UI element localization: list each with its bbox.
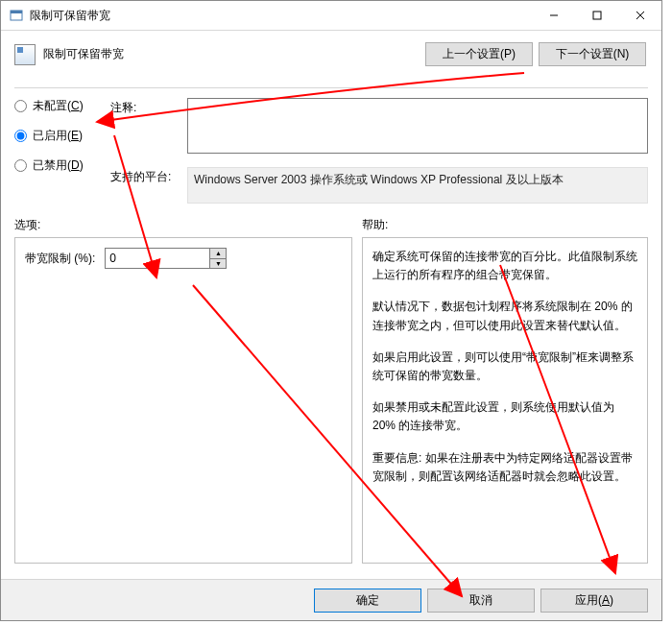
help-paragraph: 确定系统可保留的连接带宽的百分比。此值限制系统上运行的所有程序的组合带宽保留。 — [372, 248, 637, 284]
bandwidth-limit-label: 带宽限制 (%): — [25, 251, 95, 267]
radio-disabled-input[interactable] — [14, 159, 27, 172]
separator — [14, 87, 648, 88]
spinner-down-button[interactable]: ▼ — [210, 259, 226, 269]
help-paragraph: 重要信息: 如果在注册表中为特定网络适配器设置带宽限制，则配置该网络适配器时就会… — [372, 449, 637, 486]
prev-label: 上一个设置(P) — [443, 47, 516, 60]
previous-setting-button[interactable]: 上一个设置(P) — [425, 42, 533, 66]
close-button[interactable] — [618, 1, 661, 30]
spinner-up-button[interactable]: ▲ — [210, 249, 226, 259]
supported-platform-box: Windows Server 2003 操作系统或 Windows XP Pro… — [187, 167, 648, 204]
platform-label: 支持的平台: — [110, 167, 187, 185]
help-paragraph: 默认情况下，数据包计划程序将系统限制在 20% 的连接带宽之内，但可以使用此设置… — [372, 298, 637, 334]
state-radio-group: 未配置(C) 已启用(E) 已禁用(D) — [14, 98, 110, 174]
apply-button[interactable]: 应用(A) — [540, 589, 648, 613]
ok-button[interactable]: 确定 — [314, 589, 421, 613]
header-row: 限制可保留带宽 上一个设置(P) 下一个设置(N) — [1, 31, 661, 76]
radio-not-configured-input[interactable] — [14, 100, 27, 112]
options-pane: 带宽限制 (%): ▲ ▼ — [14, 237, 352, 564]
help-pane: 确定系统可保留的连接带宽的百分比。此值限制系统上运行的所有程序的组合带宽保留。 … — [362, 237, 648, 564]
maximize-button[interactable] — [575, 1, 618, 30]
next-setting-button[interactable]: 下一个设置(N) — [539, 42, 646, 66]
policy-title: 限制可保留带宽 — [43, 46, 425, 62]
cancel-button[interactable]: 取消 — [427, 589, 535, 613]
dialog-window: 限制可保留带宽 限制可保留带宽 上一个设置(P) 下一个设置(N) 未配置(C) — [0, 0, 662, 621]
svg-rect-3 — [593, 12, 601, 19]
comment-textarea[interactable] — [187, 98, 648, 154]
options-heading: 选项: — [14, 217, 362, 233]
radio-enabled[interactable]: 已启用(E) — [14, 128, 110, 144]
help-paragraph: 如果启用此设置，则可以使用“带宽限制”框来调整系统可保留的带宽数量。 — [372, 349, 637, 385]
radio-enabled-input[interactable] — [14, 130, 27, 142]
bandwidth-limit-input[interactable] — [106, 249, 209, 268]
window-title: 限制可保留带宽 — [30, 8, 532, 24]
radio-not-configured[interactable]: 未配置(C) — [14, 98, 110, 114]
help-paragraph: 如果禁用或未配置此设置，则系统使用默认值为 20% 的连接带宽。 — [372, 398, 637, 435]
help-heading: 帮助: — [362, 217, 388, 233]
minimize-button[interactable] — [532, 1, 575, 30]
svg-rect-1 — [11, 11, 22, 13]
dialog-footer: 确定 取消 应用(A) — [1, 579, 661, 620]
app-icon — [9, 8, 24, 23]
bandwidth-limit-spinner[interactable]: ▲ ▼ — [105, 248, 227, 269]
radio-disabled[interactable]: 已禁用(D) — [14, 157, 110, 174]
comment-label: 注释: — [110, 98, 187, 116]
window-controls — [532, 1, 661, 30]
policy-icon — [14, 44, 36, 65]
next-label: 下一个设置(N) — [556, 47, 630, 60]
titlebar: 限制可保留带宽 — [1, 1, 661, 31]
